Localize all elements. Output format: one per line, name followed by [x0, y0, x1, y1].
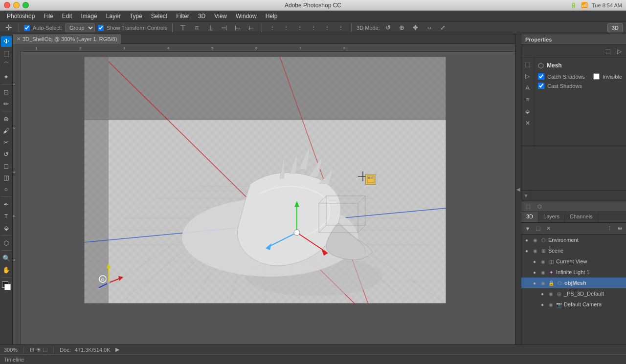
- distribute-left-btn[interactable]: ⋮: [308, 22, 319, 33]
- 3d-rotate-btn[interactable]: ↺: [383, 22, 394, 33]
- pen-tool[interactable]: ✒: [1, 199, 12, 210]
- prop-icon-1[interactable]: ⬚: [603, 46, 613, 56]
- clone-tool[interactable]: ✂: [1, 137, 12, 148]
- marquee-tool[interactable]: ⬚: [1, 48, 12, 59]
- menu-edit[interactable]: Edit: [58, 12, 76, 21]
- zoom-screen-icon[interactable]: ⬚: [43, 346, 47, 353]
- menu-help[interactable]: Help: [262, 12, 282, 21]
- document-tab[interactable]: ✕ 3D_ShellObj @ 300% (Layer 1, RGB/8): [13, 34, 121, 44]
- prop-tool-6[interactable]: ✕: [523, 118, 533, 128]
- filter-icon[interactable]: ▼: [523, 224, 532, 233]
- distribute-top-btn[interactable]: ⋮: [267, 22, 278, 33]
- menu-filter[interactable]: Filter: [172, 12, 193, 21]
- zoom-tool[interactable]: 🔍: [1, 253, 12, 263]
- 3d-mode-indicator[interactable]: 3D: [607, 23, 623, 32]
- prop-tool-2[interactable]: ▷: [523, 71, 533, 81]
- doc-size-expand[interactable]: ▶: [115, 346, 119, 353]
- panel-minimize-icon[interactable]: ⬚: [523, 202, 532, 211]
- menu-select[interactable]: Select: [147, 12, 171, 21]
- lasso-tool[interactable]: ⌒: [1, 60, 12, 70]
- visibility-icon-env[interactable]: ●: [523, 236, 530, 243]
- new-layer-icon[interactable]: ⬚: [534, 224, 542, 233]
- auto-select-checkbox[interactable]: [24, 25, 30, 31]
- tab-channels[interactable]: Channels: [565, 212, 598, 222]
- prop-icon-2[interactable]: ▷: [614, 46, 624, 56]
- catch-shadows-checkbox[interactable]: [538, 73, 544, 80]
- layer-ps-default[interactable]: ● ◉ ◎ _PS_3D_Default: [521, 288, 626, 299]
- show-transform-checkbox[interactable]: [98, 25, 104, 31]
- text-tool[interactable]: T: [1, 211, 12, 221]
- gradient-tool[interactable]: ◫: [1, 172, 12, 183]
- maximize-button[interactable]: [22, 2, 29, 8]
- path-tool[interactable]: ⬙: [1, 222, 12, 233]
- heal-tool[interactable]: ⊕: [1, 113, 12, 124]
- layer-environment[interactable]: ● ◉ ⬡ Environment: [521, 235, 626, 245]
- move-tool[interactable]: [1, 36, 12, 47]
- panel-expand-button[interactable]: ▼: [521, 191, 531, 201]
- align-bottom-btn[interactable]: ⊥: [205, 22, 216, 33]
- invisible-checkbox[interactable]: [593, 73, 600, 80]
- tab-3d[interactable]: 3D: [521, 212, 538, 222]
- visibility-icon-view[interactable]: ●: [531, 258, 538, 265]
- align-right-btn[interactable]: ⊢: [246, 22, 257, 33]
- close-icon[interactable]: ✕: [17, 36, 21, 42]
- layer-add-icon[interactable]: ⊕: [615, 224, 624, 233]
- prop-tool-5[interactable]: ⬙: [523, 107, 533, 116]
- menu-photoshop[interactable]: Photoshop: [3, 12, 39, 21]
- visibility-icon-mesh[interactable]: ●: [531, 279, 538, 286]
- zoom-controls[interactable]: ⊡ ⊞ ⬚: [30, 346, 47, 353]
- eraser-tool[interactable]: ◻: [1, 160, 12, 171]
- menu-3d[interactable]: 3D: [194, 12, 209, 21]
- menu-window[interactable]: Window: [232, 12, 261, 21]
- tab-layers[interactable]: Layers: [538, 212, 565, 222]
- layer-obj-mesh[interactable]: ● ◉ 🔒 ⬡ objMesh: [521, 278, 626, 288]
- canvas-area[interactable]: 1 2 3 4 5 6 7 8 1 2 3: [13, 44, 515, 344]
- menu-layer[interactable]: Layer: [102, 12, 125, 21]
- visibility-icon-scene[interactable]: ●: [523, 247, 530, 254]
- menu-view[interactable]: View: [210, 12, 231, 21]
- 3d-pan-btn[interactable]: ✥: [410, 22, 421, 33]
- eyedropper-tool[interactable]: ✏: [1, 98, 12, 109]
- 3d-scale-btn[interactable]: ⤢: [438, 22, 448, 33]
- wand-tool[interactable]: ✦: [1, 71, 12, 82]
- visibility-icon-mat[interactable]: ●: [539, 290, 546, 297]
- prop-tool-1[interactable]: ⬚: [523, 60, 533, 69]
- visibility-icon-light[interactable]: ●: [531, 269, 538, 276]
- zoom-shrink-icon[interactable]: ⊡: [30, 346, 34, 353]
- menu-image[interactable]: Image: [77, 12, 101, 21]
- menu-type[interactable]: Type: [126, 12, 146, 21]
- distribute-hcenter-btn[interactable]: ⋮: [322, 22, 333, 33]
- brush-tool[interactable]: 🖌: [1, 125, 12, 136]
- dodge-tool[interactable]: ○: [1, 184, 12, 194]
- layer-camera[interactable]: ● ◉ 📷 Default Camera: [521, 299, 626, 310]
- align-hcenter-btn[interactable]: ⊢: [232, 22, 243, 33]
- align-left-btn[interactable]: ⊣: [219, 22, 229, 33]
- canvas-viewport[interactable]: ⊙: [21, 52, 515, 344]
- 3d-tool[interactable]: ⬡: [1, 237, 12, 248]
- distribute-bottom-btn[interactable]: ⋮: [294, 22, 305, 33]
- delete-layer-icon[interactable]: ✕: [544, 224, 553, 233]
- auto-select-dropdown[interactable]: Group Layer: [65, 23, 95, 32]
- crop-tool[interactable]: ⊡: [1, 86, 12, 97]
- prop-tool-3[interactable]: A: [523, 83, 533, 93]
- panel-max-icon[interactable]: ⬡: [535, 202, 544, 211]
- cast-shadows-checkbox[interactable]: [538, 83, 544, 89]
- move-tool-options[interactable]: ✛: [3, 22, 14, 33]
- align-vcenter-btn[interactable]: ≡: [191, 22, 202, 33]
- window-controls[interactable]: [4, 2, 29, 8]
- layer-scene[interactable]: ● ◉ ⊞ Scene: [521, 245, 626, 256]
- minimize-button[interactable]: [13, 2, 20, 8]
- 3d-slide-btn[interactable]: ↔: [424, 22, 435, 33]
- align-top-btn[interactable]: ⊤: [178, 22, 188, 33]
- layer-current-view[interactable]: ● ◉ ◫ Current View: [521, 256, 626, 267]
- panel-collapse-button[interactable]: ◀: [515, 34, 521, 344]
- hand-tool[interactable]: ✋: [1, 264, 12, 275]
- visibility-icon-cam[interactable]: ●: [539, 301, 546, 308]
- distribute-vcenter-btn[interactable]: ⋮: [281, 22, 291, 33]
- color-swatch[interactable]: [1, 280, 12, 291]
- prop-tool-4[interactable]: ≡: [523, 95, 533, 105]
- close-button[interactable]: [4, 2, 10, 8]
- history-tool[interactable]: ↺: [1, 149, 12, 159]
- distribute-right-btn[interactable]: ⋮: [335, 22, 346, 33]
- layer-infinite-light[interactable]: ● ◉ ✦ Infinite Light 1: [521, 267, 626, 278]
